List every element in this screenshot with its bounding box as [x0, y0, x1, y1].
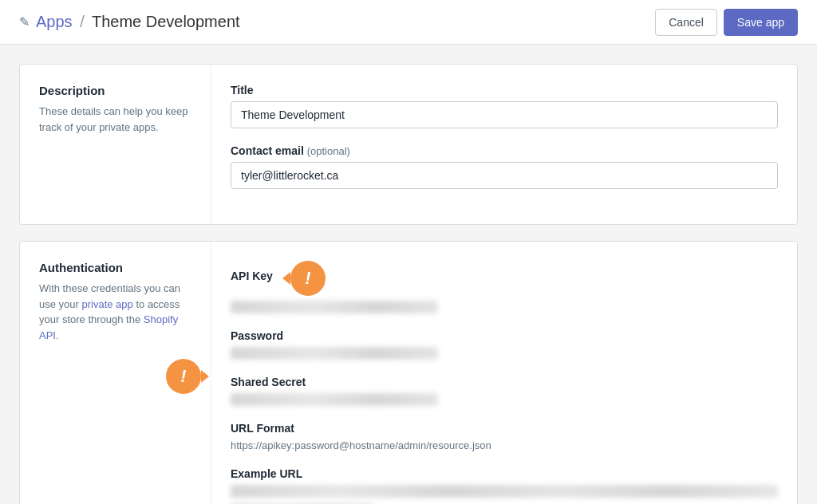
example-url-label: Example URL [231, 467, 778, 480]
breadcrumb-separator: / [80, 13, 85, 30]
bubble-arrow-sidebar [201, 370, 209, 383]
api-key-value [231, 301, 438, 313]
header-cancel-button[interactable]: Cancel [655, 9, 717, 36]
description-sidebar: Description These details can help you k… [20, 65, 211, 224]
top-bar-actions: Cancel Save app [655, 9, 798, 36]
contact-email-field-group: Contact email (optional) [231, 144, 778, 189]
authentication-sidebar: Authentication With these credentials yo… [20, 242, 211, 504]
password-label: Password [231, 329, 778, 342]
title-input[interactable] [231, 101, 778, 128]
contact-email-optional: (optional) [307, 145, 350, 157]
password-field: Password [231, 329, 778, 360]
header-save-app-button[interactable]: Save app [724, 9, 798, 36]
example-url-field: Example URL [231, 467, 778, 504]
password-value [231, 347, 438, 360]
shared-secret-field: Shared Secret [231, 376, 778, 406]
url-format-label: URL Format [231, 422, 778, 435]
api-key-field: API Key ! [231, 261, 778, 313]
breadcrumb: Apps / Theme Development [36, 13, 240, 31]
warning-exclamation-sidebar: ! [180, 368, 186, 385]
shared-secret-label: Shared Secret [231, 376, 778, 388]
breadcrumb-area: ✎ Apps / Theme Development [19, 13, 240, 31]
breadcrumb-current: Theme Development [92, 13, 240, 30]
description-sidebar-text: These details can help you keep track of… [39, 104, 191, 135]
contact-email-label: Contact email (optional) [231, 144, 778, 157]
example-url-line1 [231, 485, 778, 498]
authentication-body: API Key ! Password Shared S [211, 242, 797, 504]
authentication-sidebar-title: Authentication [39, 261, 191, 274]
contact-email-input[interactable] [231, 162, 778, 189]
title-label: Title [231, 84, 778, 96]
api-key-label: API Key [231, 270, 273, 282]
warning-bubble-apikey[interactable]: ! [290, 261, 326, 296]
top-bar: ✎ Apps / Theme Development Cancel Save a… [0, 0, 817, 45]
url-format-value: https://apikey:password@hostname/admin/r… [231, 439, 778, 451]
warning-exclamation-apikey: ! [305, 270, 310, 287]
main-content: Description These details can help you k… [0, 45, 817, 504]
private-app-link[interactable]: private app [81, 298, 132, 310]
description-body: Title Contact email (optional) [211, 65, 797, 224]
bubble-arrow-apikey [282, 272, 290, 285]
edit-icon: ✎ [19, 14, 30, 30]
title-field-group: Title [231, 84, 778, 128]
shared-secret-value [231, 393, 438, 406]
authentication-sidebar-text: With these credentials you can use your … [39, 281, 191, 343]
description-sidebar-title: Description [39, 84, 191, 97]
authentication-section: Authentication With these credentials yo… [19, 241, 798, 504]
breadcrumb-apps-link[interactable]: Apps [36, 13, 73, 30]
warning-bubble-sidebar[interactable]: ! [166, 359, 201, 394]
description-section: Description These details can help you k… [19, 64, 798, 225]
url-format-field: URL Format https://apikey:password@hostn… [231, 422, 778, 451]
